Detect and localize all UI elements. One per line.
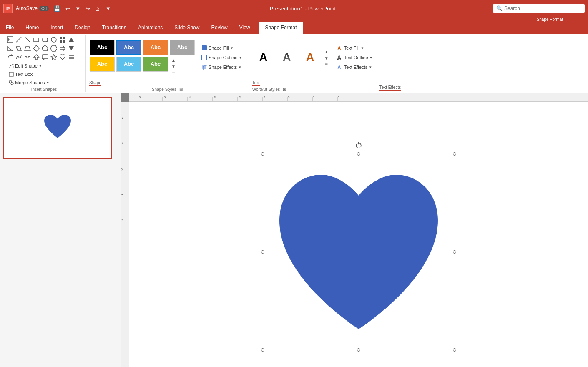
star-icon[interactable] [50, 53, 58, 61]
up-arrow-icon[interactable] [32, 53, 40, 61]
shapes-scroll-up[interactable] [67, 35, 75, 44]
tab-home[interactable]: Home [20, 22, 45, 34]
shape-swatch-blue[interactable]: Abc [116, 40, 141, 55]
svg-marker-21 [10, 54, 13, 56]
ribbon-wrapper: Shape Format File Home Insert Design Tra… [0, 17, 588, 93]
diamond-icon[interactable] [32, 44, 40, 53]
scribble-icon[interactable] [23, 53, 32, 61]
search-input[interactable] [504, 5, 581, 11]
curved-arrow-icon[interactable] [6, 53, 14, 61]
rotate-handle[interactable] [354, 141, 363, 150]
shape-swatch-dark[interactable]: Abc [90, 40, 115, 55]
text-box-icon [9, 72, 14, 77]
tab-animations[interactable]: Animations [132, 22, 168, 34]
right-arrow-icon[interactable] [58, 44, 67, 53]
save-button[interactable]: 💾 [52, 5, 62, 13]
pentagon-icon[interactable] [41, 44, 49, 53]
handle-bottom-left[interactable] [261, 348, 264, 352]
tab-transitions[interactable]: Transitions [96, 22, 132, 34]
shape-swatch-orange[interactable]: Abc [143, 40, 168, 55]
svg-rect-33 [202, 45, 207, 50]
search-box[interactable]: 🔍 [493, 4, 585, 13]
format-shape-button[interactable]: ⊞ [179, 87, 183, 92]
tab-design[interactable]: Design [69, 22, 96, 34]
print-button[interactable]: 🖨 [93, 5, 102, 13]
slide-thumbnail[interactable] [3, 97, 112, 159]
more-shapes-icon[interactable] [58, 35, 67, 44]
heart-icon[interactable] [58, 53, 67, 61]
text-fill-button[interactable]: A Text Fill ▼ [334, 44, 376, 52]
edit-shape-button[interactable]: Edit Shape ▼ [6, 62, 52, 70]
undo-button[interactable]: ↩ [64, 5, 72, 13]
wordart-expand[interactable]: ═ [322, 61, 331, 67]
gallery-expand[interactable]: ═ [169, 70, 178, 75]
freeform-icon[interactable] [15, 53, 23, 61]
gallery-scroll-down[interactable]: ▼ [169, 63, 178, 70]
shape-effects-icon [201, 64, 207, 70]
wordart-scroll-up[interactable]: ▲ [322, 49, 331, 55]
text-fill-icon: A [337, 45, 343, 51]
text-outline-arrow: ▼ [369, 56, 373, 60]
customize-qa-button[interactable]: ▼ [104, 5, 113, 13]
shape-swatches-row: Abc Abc Abc Abc [89, 40, 195, 55]
tab-review[interactable]: Review [205, 22, 233, 34]
wordart-swatch-plain[interactable]: A [253, 50, 274, 65]
shape-swatch-lightblue[interactable]: Abc [116, 57, 141, 72]
slide-item[interactable]: 1 [3, 97, 112, 159]
insert-shapes-actions: Edit Shape ▼ Text Box Merge Shapes ▼ [6, 62, 52, 86]
text-outline-button[interactable]: A Text Outline ▼ [334, 53, 376, 62]
rectangle-icon[interactable] [32, 35, 40, 44]
wordart-format-button[interactable]: ⊞ [283, 87, 286, 92]
heart-shape[interactable] [263, 154, 455, 350]
handle-top-right[interactable] [453, 152, 456, 156]
right-triangle-icon[interactable] [6, 44, 14, 53]
trapezoid-icon[interactable] [23, 44, 32, 53]
shapes-scroll-down[interactable] [67, 44, 75, 53]
rounded-rect-icon[interactable] [41, 35, 49, 44]
wordart-scroll-down[interactable]: ▼ [322, 55, 331, 61]
gallery-scroll-btns: ▲ ▼ ═ [169, 56, 178, 76]
handle-bottom-center[interactable] [357, 348, 360, 352]
tab-file[interactable]: File [0, 22, 20, 34]
shape-swatch-yellow[interactable]: Abc [90, 57, 115, 72]
handle-bottom-right[interactable] [453, 348, 456, 352]
tab-shape-format[interactable]: Shape Format [259, 22, 303, 34]
handle-middle-left[interactable] [261, 250, 264, 254]
callout-icon[interactable] [41, 53, 49, 61]
svg-marker-15 [25, 47, 30, 50]
shapes-gallery-scroll[interactable] [67, 53, 75, 61]
undo-dropdown[interactable]: ▼ [73, 5, 82, 13]
redo-button[interactable]: ↪ [84, 5, 92, 13]
hexagon-icon[interactable] [50, 44, 58, 53]
shape-effects-button[interactable]: Shape Effects ▼ [199, 63, 245, 71]
wordart-swatch-gradient[interactable]: A [276, 50, 298, 65]
shape-swatch-green[interactable]: Abc [143, 57, 168, 72]
handle-middle-right[interactable] [453, 250, 456, 254]
handle-top-center[interactable] [357, 152, 360, 156]
tab-view[interactable]: View [234, 22, 256, 34]
tab-insert[interactable]: Insert [45, 22, 69, 34]
diagonal-line-icon[interactable] [23, 35, 32, 44]
merge-shapes-button[interactable]: Merge Shapes ▼ [6, 79, 52, 86]
text-shape-icon[interactable] [6, 35, 14, 44]
heart-container[interactable] [263, 154, 455, 350]
gallery-scroll-up[interactable]: ▲ [169, 57, 178, 63]
wordart-styles-label: WordArt Styles ⊞ [252, 86, 376, 92]
search-icon: 🔍 [496, 5, 503, 11]
shape-fill-button[interactable]: Shape Fill ▼ [199, 44, 245, 52]
tab-slideshow[interactable]: Slide Show [168, 22, 205, 34]
wordart-gallery-scroll: ▲ ▼ ═ [322, 48, 331, 68]
line-icon[interactable] [15, 35, 23, 44]
autosave-control[interactable]: AutoSave Off [16, 5, 49, 11]
circle-icon[interactable] [50, 35, 58, 44]
wordart-swatch-orange[interactable]: A [299, 50, 321, 65]
parallelogram-icon[interactable] [15, 44, 23, 53]
handle-top-left[interactable] [261, 152, 264, 156]
shape-swatch-gray[interactable]: Abc [170, 40, 195, 55]
text-effects-button[interactable]: A Text Effects ▼ [334, 63, 376, 71]
svg-marker-13 [8, 47, 13, 51]
text-box-button[interactable]: Text Box [6, 70, 52, 78]
thumbnail-heart [41, 111, 74, 145]
shape-outline-button[interactable]: Shape Outline ▼ [199, 53, 245, 62]
text-effects-extra-group: Text Effects [379, 35, 401, 92]
